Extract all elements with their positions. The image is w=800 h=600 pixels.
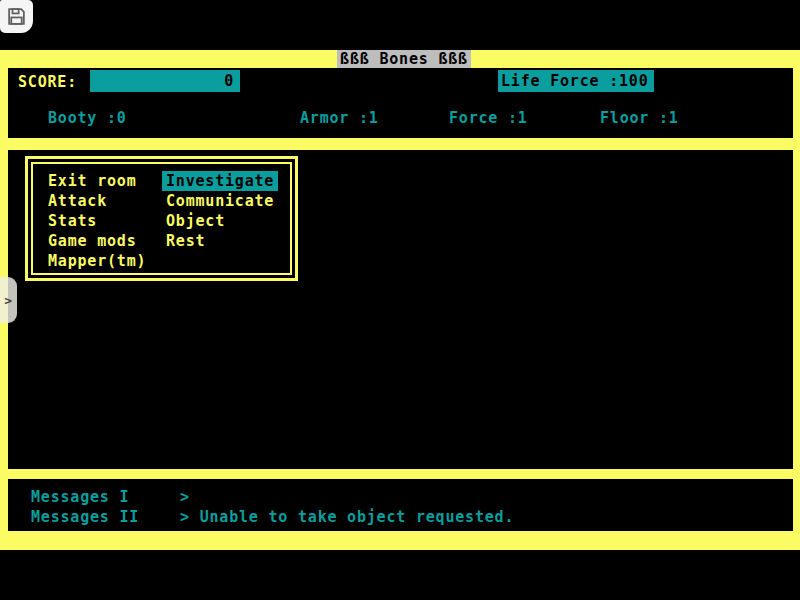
- messages-panel: Messages I > Messages II > Unable to tak…: [8, 479, 793, 531]
- menu-item-mapper[interactable]: Mapper(tm): [44, 251, 150, 271]
- main-panel: Exit room Attack Stats Game mods Mapper(…: [8, 150, 793, 469]
- command-menu-inner-border: Exit room Attack Stats Game mods Mapper(…: [31, 162, 292, 275]
- stat-booty: Booty :0: [48, 108, 127, 128]
- hud-panel: SCORE: 0 Life Force :100 Booty :0 Armor …: [8, 68, 793, 138]
- menu-item-rest[interactable]: Rest: [162, 231, 209, 251]
- chevron-right-icon: >: [4, 293, 13, 308]
- messages-2-text: > Unable to take object requested.: [180, 507, 514, 527]
- stat-floor: Floor :1: [600, 108, 679, 128]
- menu-item-communicate[interactable]: Communicate: [162, 191, 278, 211]
- score-value: 0: [224, 72, 234, 90]
- command-menu: Exit room Attack Stats Game mods Mapper(…: [25, 156, 298, 281]
- game-screen: ßßß Bones ßßß SCORE: 0 Life Force :100 B…: [0, 0, 800, 600]
- score-bar: 0: [90, 70, 240, 92]
- menu-item-stats[interactable]: Stats: [44, 211, 101, 231]
- messages-1-text: >: [180, 487, 190, 507]
- menu-item-investigate[interactable]: Investigate: [162, 171, 278, 191]
- menu-item-object[interactable]: Object: [162, 211, 229, 231]
- messages-1-label: Messages I: [31, 487, 129, 507]
- messages-2-label: Messages II: [31, 507, 139, 527]
- life-force-badge: Life Force :100: [498, 70, 654, 92]
- menu-item-attack[interactable]: Attack: [44, 191, 111, 211]
- window-title: ßßß Bones ßßß: [337, 50, 471, 68]
- menu-item-game-mods[interactable]: Game mods: [44, 231, 140, 251]
- stat-armor: Armor :1: [300, 108, 379, 128]
- stat-force: Force :1: [449, 108, 528, 128]
- menu-item-exit-room[interactable]: Exit room: [44, 171, 140, 191]
- floppy-disk-icon: [7, 7, 26, 26]
- save-button[interactable]: [0, 0, 33, 33]
- side-panel-tab[interactable]: >: [0, 277, 17, 323]
- score-label: SCORE:: [18, 71, 77, 93]
